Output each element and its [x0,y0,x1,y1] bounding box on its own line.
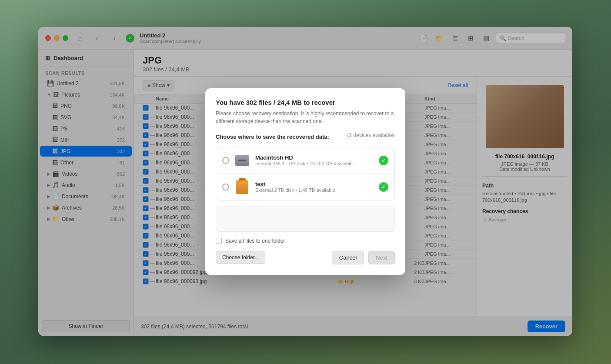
devices-count: (2 devices available) [347,132,395,138]
device-item-test[interactable]: test External 2 TB disk • 1,49 TB availa… [216,174,394,200]
save-to-folder-label: Save all files to one folder [225,238,285,244]
modal-description: Please choose recovery destination. It i… [216,110,395,125]
modal-buttons: Choose folder... Cancel Next [216,251,395,264]
modal-overlay: You have 302 files / 24,4 MB to recover … [38,27,572,336]
next-button[interactable]: Next [368,251,395,264]
hdd-graphic [235,155,249,166]
modal-empty-area [216,206,395,232]
device-radio-macintosh[interactable] [222,157,229,164]
device-available-check-test: ✓ [379,182,388,192]
macintosh-hd-details: Internal 245,11 GB disk • 187,02 GB avai… [255,161,374,166]
save-to-folder-checkbox[interactable] [216,238,222,244]
modal-section-row: Choose where to save the recovered data:… [216,132,395,144]
test-device-name: test [255,181,374,187]
choose-folder-button[interactable]: Choose folder... [216,251,265,264]
cancel-button[interactable]: Cancel [332,251,364,264]
device-available-check-macintosh: ✓ [379,156,388,165]
test-drive-icon [234,179,250,195]
test-device-info: test External 2 TB disk • 1,49 TB availa… [255,181,374,193]
macintosh-hd-info: Macintosh HD Internal 245,11 GB disk • 1… [255,154,374,166]
device-radio-test[interactable] [222,184,229,190]
app-window: ⌂ ‹ › ✓ Untitled 2 Scan completed succes… [38,27,572,336]
modal-title: You have 302 files / 24,4 MB to recover [216,99,395,106]
test-device-details: External 2 TB disk • 1,49 TB available [255,187,374,193]
device-list: Macintosh HD Internal 245,11 GB disk • 1… [216,147,395,200]
recovery-modal: You have 302 files / 24,4 MB to recover … [205,88,405,275]
ext-graphic [236,180,248,194]
device-item-macintosh-hd[interactable]: Macintosh HD Internal 245,11 GB disk • 1… [216,147,394,174]
save-to-folder-row: Save all files to one folder [216,238,395,244]
macintosh-hd-name: Macintosh HD [255,154,374,161]
modal-section-label: Choose where to save the recovered data: [216,134,329,140]
macintosh-hd-icon [234,153,250,168]
